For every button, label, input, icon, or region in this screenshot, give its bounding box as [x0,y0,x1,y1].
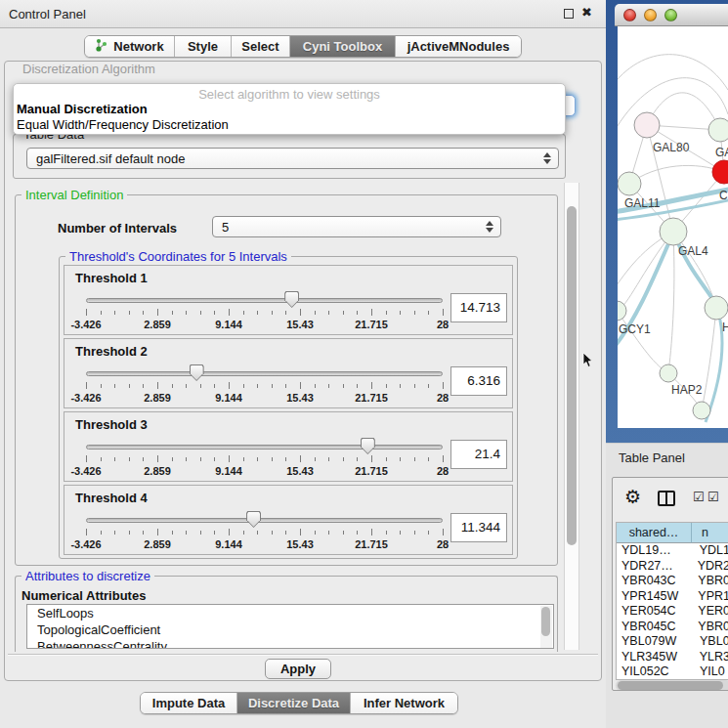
columns-icon[interactable] [658,491,675,506]
cell-name: YBL0 [692,634,728,650]
table-row[interactable]: YBR043CYBR0 [617,574,728,589]
tab-impute-data[interactable]: Impute Data [141,693,237,713]
tab-network[interactable]: Network [85,36,175,57]
threshold-value-input[interactable]: 14.713 [450,293,507,322]
network-node-hap2[interactable] [660,364,677,382]
table-row[interactable]: YER054CYER0 [617,604,728,620]
divider [8,654,598,656]
cell-shared-name: YDR27… [617,559,690,575]
table-row[interactable]: YBL079WYBL0 [617,634,728,650]
network-node[interactable] [693,402,710,419]
cell-name: YLR3 [692,650,728,665]
panel-vertical-scrollbar[interactable] [564,183,579,650]
tab-discretize-data[interactable]: Discretize Data [237,693,351,713]
cell-name: YER0 [690,604,728,620]
list-item-topologicalcoefficient[interactable]: TopologicalCoefficient [27,621,553,638]
column-header-name[interactable]: n [692,523,728,543]
slider-thumb[interactable] [361,438,375,454]
table-horizontal-scrollbar[interactable] [616,680,728,691]
network-node-gal11[interactable] [618,172,641,195]
table-row[interactable]: YIL052CYIL0 [617,664,728,680]
numerical-attributes-label: Numerical Attributes [21,588,146,603]
stepper-arrows-icon [486,221,493,233]
tab-style[interactable]: Style [175,36,232,57]
cell-name: YDR2 [690,559,728,575]
tab-cyni-toolbox[interactable]: Cyni Toolbox [290,36,396,57]
apply-button[interactable]: Apply [265,659,331,679]
network-node-ga[interactable] [708,118,728,142]
column-header-shared[interactable]: shared… [617,523,692,543]
network-node-c[interactable] [712,160,728,184]
cell-shared-name: YBL079W [617,634,692,650]
checkbox-icon[interactable]: ☑ [707,490,719,504]
dropdown-item-equal-width-frequency[interactable]: Equal Width/Frequency Discretization [17,117,229,132]
checkbox-icon[interactable]: ☑ [693,490,705,504]
network-node-label: GCY1 [619,322,651,336]
table-row[interactable]: YPR145WYPR1 [617,589,728,605]
float-icon[interactable] [564,9,574,19]
minimize-light-icon[interactable] [644,9,657,21]
slider-track[interactable] [86,518,443,523]
slider-thumb[interactable] [190,364,204,381]
slider-ticks [64,455,512,464]
network-node-label: GA [715,146,728,159]
network-node-label: GAL80 [653,141,690,154]
table-row[interactable]: YLR345WYLR3 [617,650,728,665]
table-panel-body: ⚙ ☑ ☑ shared… n YDL19…YDL1YDR27…YDR2YBR0… [606,471,728,728]
number-of-intervals-value: 5 [222,220,229,235]
gear-icon[interactable]: ⚙ [624,486,641,508]
attributes-group-title: Attributes to discretize [21,569,154,583]
control-panel-tabs: NetworkStyleSelectCyni ToolboxjActiveMNo… [84,35,522,58]
threshold-value-input[interactable]: 21.4 [450,440,507,469]
tab-select[interactable]: Select [232,36,290,57]
slider-ticks [64,309,512,318]
threshold-value-input[interactable]: 6.316 [450,366,507,396]
dropdown-item-manual-discretization[interactable]: Manual Discretization [17,102,148,116]
table-data-combobox-value: galFiltered.sif default node [36,151,185,166]
network-node-label: C [719,189,728,202]
tab-jactivemnodules[interactable]: jActiveMNodules [396,36,521,57]
slider-thumb[interactable] [284,291,299,308]
table-header-row: shared… n [617,523,728,543]
close-light-icon[interactable] [623,9,636,21]
network-node-h[interactable] [705,296,728,320]
table-row[interactable]: YDR27…YDR2 [617,559,728,575]
threshold-panel-2: Threshold 2-3.4262.8599.14415.4321.71528… [64,338,513,408]
network-node-gal4[interactable] [660,218,687,245]
table-row[interactable]: YBR045CYBR0 [617,620,728,635]
list-item-selfloops[interactable]: SelfLoops [27,605,553,621]
slider-track[interactable] [86,445,443,450]
network-node-label: GAL11 [624,196,661,210]
network-view-window: GAL80GACGAL11GAL4GCY1HHAP2 [606,0,728,443]
threshold-value-input[interactable]: 11.344 [450,513,507,542]
control-panel-titlebar: Control Panel ✖ [0,0,606,28]
cell-shared-name: YBR043C [617,574,690,589]
mouse-cursor [582,353,594,368]
number-of-intervals-combobox[interactable]: 5 [212,216,501,237]
cell-shared-name: YPR145W [617,589,690,605]
threshold-panel-4: Threshold 4-3.4262.8599.14415.4321.71528… [64,485,513,555]
cell-name: YIL0 [692,664,728,680]
numerical-attributes-list[interactable]: SelfLoopsTopologicalCoefficientBetweenne… [26,604,554,649]
control-panel-window: Control Panel ✖ NetworkStyleSelectCyni T… [0,0,606,728]
network-window-titlebar [615,4,728,26]
screenshot-root: Control Panel ✖ NetworkStyleSelectCyni T… [0,0,728,728]
table-data-combobox[interactable]: galFiltered.sif default node [26,148,559,169]
list-item-betweennesscentrality[interactable]: BetweennessCentrality [27,638,553,649]
cell-shared-name: YIL052C [617,664,692,680]
control-panel-title: Control Panel [9,7,86,21]
node-attribute-table[interactable]: shared… n YDL19…YDL1YDR27…YDR2YBR043CYBR… [616,522,728,680]
list-scrollbar[interactable] [540,606,552,649]
algorithm-placeholder: Select algorithm to view settings [14,87,565,102]
table-row[interactable]: YDL19…YDL1 [617,543,728,559]
network-node-gal80[interactable] [634,112,660,138]
slider-thumb[interactable] [246,511,261,528]
network-canvas[interactable]: GAL80GACGAL11GAL4GCY1HHAP2 [618,26,728,428]
close-icon[interactable]: ✖ [581,5,592,20]
zoom-light-icon[interactable] [664,9,677,21]
tab-label: Impute Data [152,696,225,710]
slider-track[interactable] [86,298,443,303]
slider-track[interactable] [86,371,443,376]
number-of-intervals-label: Number of Intervals [58,221,177,236]
tab-infer-network[interactable]: Infer Network [351,693,457,713]
